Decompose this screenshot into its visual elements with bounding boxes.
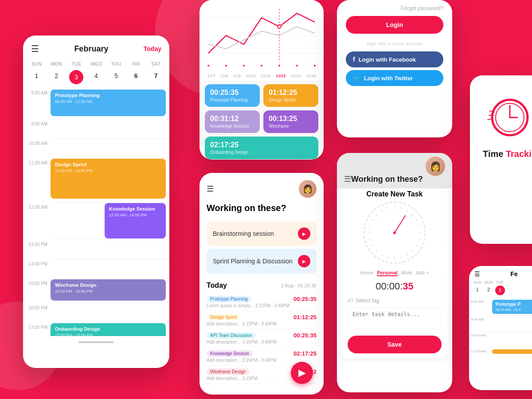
pcal-event-prototype[interactable]: Prototype P08:00 AM - 11:3 — [492, 300, 532, 314]
svg-line-26 — [381, 254, 382, 256]
play-sprint[interactable]: ▶ — [298, 255, 310, 267]
today-label: Today — [207, 282, 227, 289]
pcal-time-9am: 9:00 AM — [471, 317, 484, 321]
event-wireframe[interactable]: Wireframe Design 15:00 PM - 16:00 PM — [51, 279, 166, 301]
fab-play[interactable]: ▶ — [291, 362, 313, 384]
tile-knowledge[interactable]: 00:31:12 Knowledge Session — [205, 110, 260, 133]
facebook-label: Login with Facebook — [359, 56, 416, 63]
time-label-14pm: 14:00 PM — [25, 262, 47, 266]
chart-date-active[interactable]: 11/12 — [276, 74, 286, 78]
tile-time-5: 02:17:25 — [210, 141, 313, 149]
date-4[interactable]: 4 — [86, 70, 106, 84]
time-label-17pm: 17:00 PM — [25, 325, 47, 330]
save-button[interactable]: Save — [348, 336, 442, 353]
svg-line-29 — [369, 239, 371, 239]
date-1[interactable]: 1 — [27, 70, 47, 84]
calendar-card: ☰ February Today SUN MON TUE WED THU FRI… — [23, 35, 169, 368]
twitter-login-button[interactable]: 🐦 Login with Twitter — [346, 70, 443, 86]
today-button[interactable]: Today — [144, 45, 161, 52]
timer-circle — [364, 202, 426, 264]
pcal-slot-8am: 8:00 AM Prototype P08:00 AM - 11:3 — [489, 298, 532, 316]
pcal-slot-11am: 11:00 AM — [489, 348, 532, 364]
working-header: ☰ 👩 — [200, 173, 324, 201]
tile-onboarding[interactable]: 02:17:25 Onbaording Design — [205, 137, 318, 159]
event-onboarding[interactable]: Onbaording Design 17:00 PM - 18:00 PM — [51, 323, 166, 336]
svg-line-14 — [407, 210, 408, 211]
select-tag-label[interactable]: Select tag — [356, 297, 379, 304]
log-desc-1: Lorem ipsum is simply... 3:15PM - 3:40PM — [207, 303, 317, 308]
day-wed: WED — [86, 59, 106, 68]
task-sprint[interactable]: Sprint Planning & Discussion ▶ — [207, 249, 317, 274]
log-tag-4: Knowledge Session — [207, 350, 253, 357]
date-6[interactable]: 6 — [126, 70, 146, 84]
tile-designsprint[interactable]: 01:12:25 Design Sprint — [263, 84, 318, 107]
svg-line-17 — [418, 226, 420, 226]
tile-time-3: 00:31:12 — [210, 115, 254, 123]
tab-personal[interactable]: Personal — [377, 270, 397, 276]
task-details-input[interactable] — [348, 307, 442, 329]
day-fri: FRI — [126, 59, 146, 68]
time-label-9am: 9:00 AM — [25, 121, 47, 126]
working-menu-icon[interactable]: ☰ — [207, 184, 214, 194]
date-7[interactable]: 7 — [146, 70, 166, 84]
event-knowledge[interactable]: Knowledge Session 12:00 AM - 14:00 PM — [105, 203, 166, 239]
pcal-time-11am: 11:00 AM — [471, 349, 486, 353]
date-3[interactable]: 3 — [69, 70, 83, 84]
event-design-sprint[interactable]: Design Sprint 11:00 AM - 14:00 PM — [51, 159, 166, 199]
chart-date-2: 11/8 — [220, 74, 228, 78]
pcal-month: Fe — [480, 270, 532, 278]
menu-icon[interactable]: ☰ — [31, 43, 39, 54]
tile-name-3: Knowledge Session — [210, 124, 254, 129]
tab-add[interactable]: Add + — [416, 270, 429, 276]
task-brainstorming[interactable]: Brainstorming session ▶ — [207, 221, 317, 246]
pcal-menu-icon[interactable]: ☰ — [474, 270, 480, 278]
facebook-login-button[interactable]: f Login with Facebook — [346, 51, 443, 67]
svg-line-19 — [418, 239, 420, 239]
log-time-4: 02:17:25 — [293, 350, 317, 357]
tab-home[interactable]: Home — [360, 270, 373, 276]
timeslot-14pm: 14:00 PM — [50, 259, 169, 278]
login-button[interactable]: Login — [346, 16, 443, 34]
pcal-date-2[interactable]: 2 — [483, 286, 494, 295]
svg-line-36 — [395, 215, 405, 233]
tile-wireframe[interactable]: 00:13:25 Wireframe — [263, 110, 318, 133]
tile-prototype[interactable]: 00:25:35 Prototype Planning — [205, 84, 260, 107]
tab-work[interactable]: Work — [401, 270, 412, 276]
time-label-10am: 10:00 AM — [25, 141, 47, 146]
log-desc-3: Add description... 3:15PM - 3:40PM — [207, 340, 317, 344]
pcal-date-1[interactable]: 1 — [472, 286, 483, 295]
time-label-11am: 11:00 AM — [25, 160, 47, 165]
date-5[interactable]: 5 — [106, 70, 126, 84]
svg-line-28 — [372, 245, 373, 246]
svg-line-22 — [407, 254, 408, 256]
timeslot-16pm: 16:00 PM — [50, 303, 169, 322]
timeslot-9am: 9:00 AM — [50, 119, 169, 138]
svg-line-25 — [387, 256, 388, 258]
pcal-date-3[interactable]: 3 — [495, 286, 505, 295]
time-label-8am: 8:00 AM — [25, 90, 47, 95]
time-label-16pm: 16:00 PM — [25, 305, 47, 310]
event-prototype[interactable]: Prototype Planning 08:00 AM - 11:30 AM — [51, 90, 166, 116]
pcal-day-tue: TUE — [494, 280, 505, 285]
create-menu-icon[interactable]: ☰ — [344, 174, 351, 184]
chart-svg — [200, 0, 324, 71]
pcal-event-yellow[interactable] — [492, 349, 532, 354]
forgot-password-label[interactable]: Forgot password? — [337, 0, 452, 13]
svg-point-11 — [314, 65, 316, 66]
svg-line-21 — [411, 249, 413, 251]
home-bar — [78, 341, 114, 343]
timer-display: 00:00:35 — [348, 281, 442, 292]
svg-line-23 — [401, 256, 401, 258]
tile-time-2: 01:12:25 — [269, 89, 313, 97]
timeline: 8:00 AM Prototype Planning 08:00 AM - 11… — [23, 88, 169, 336]
play-brainstorming[interactable]: ▶ — [298, 227, 310, 240]
timeslot-8am: 8:00 AM Prototype Planning 08:00 AM - 11… — [50, 88, 169, 119]
timeslot-15pm: 15:00 PM Wireframe Design 15:00 PM - 16:… — [50, 278, 169, 303]
chart-date-1: 11/7 — [207, 74, 215, 78]
pcal-days: SUN MON TUE — [469, 279, 532, 286]
date-2[interactable]: 2 — [47, 70, 66, 84]
twitter-label: Login with Twitter — [364, 75, 413, 82]
tiles-grid: 00:25:35 Prototype Planning 01:12:25 Des… — [200, 81, 324, 163]
tab-row: Home Personal Work Add + — [348, 267, 442, 279]
chart-date-7: 11/13 — [291, 74, 301, 78]
